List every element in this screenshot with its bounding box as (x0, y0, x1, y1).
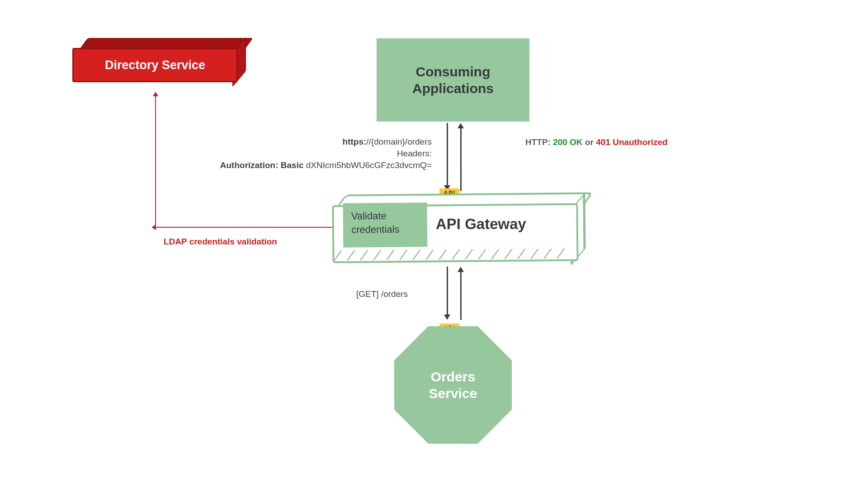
arrow-up-from-orders-line (460, 271, 462, 320)
headers-label: Headers: (206, 149, 432, 159)
http-prefix: HTTP: (525, 137, 553, 147)
ldap-label: LDAP credentials validation (164, 237, 277, 247)
gateway-hatch-icon (334, 249, 576, 261)
orders-l1: Orders (431, 369, 475, 384)
http-or: or (583, 137, 596, 147)
http-unauth: 401 Unauthorized (596, 137, 667, 147)
validate-l1: Validate (351, 210, 387, 222)
orders-l2: Service (429, 386, 477, 401)
orders-service-node: Orders Service (394, 326, 512, 444)
arrow-down-to-orders-line (447, 267, 448, 315)
consuming-apps-l1: Consuming (415, 64, 490, 79)
get-orders-label: [GET] /orders (356, 289, 408, 299)
arrow-up-to-consumer-head-icon (458, 123, 464, 128)
arrow-down-to-gateway-line (447, 123, 448, 186)
https-prefix: https: (343, 137, 367, 146)
https-rest: //{domain}/orders (366, 137, 432, 146)
ldap-arrow-v (155, 96, 156, 227)
consuming-apps-l2: Applications (412, 81, 494, 96)
ldap-arrow-up-head-icon (153, 92, 158, 96)
ldap-arrow-h (156, 227, 332, 228)
auth-value: dXNIcm5hbWU6cGFzc3dvcmQ= (306, 160, 432, 170)
validate-credentials-box: Validate credentials (343, 202, 428, 248)
http-ok: 200 OK (553, 137, 582, 147)
arrow-up-to-consumer-line (460, 128, 462, 191)
consuming-applications-node: Consuming Applications (377, 38, 529, 122)
arrow-down-to-orders-head-icon (444, 314, 450, 320)
request-text-block: https://{domain}/orders Headers: Authori… (206, 137, 432, 170)
response-text-block: HTTP: 200 OK or 401 Unauthorized (525, 137, 668, 147)
directory-service-label: Directory Service (105, 58, 205, 72)
api-gateway-label: API Gateway (436, 216, 526, 233)
directory-service-node: Directory Service (72, 48, 238, 82)
arrow-up-from-orders-head-icon (458, 267, 464, 272)
auth-prefix: Authorization: Basic (220, 160, 306, 170)
validate-l2: credentials (351, 223, 400, 235)
